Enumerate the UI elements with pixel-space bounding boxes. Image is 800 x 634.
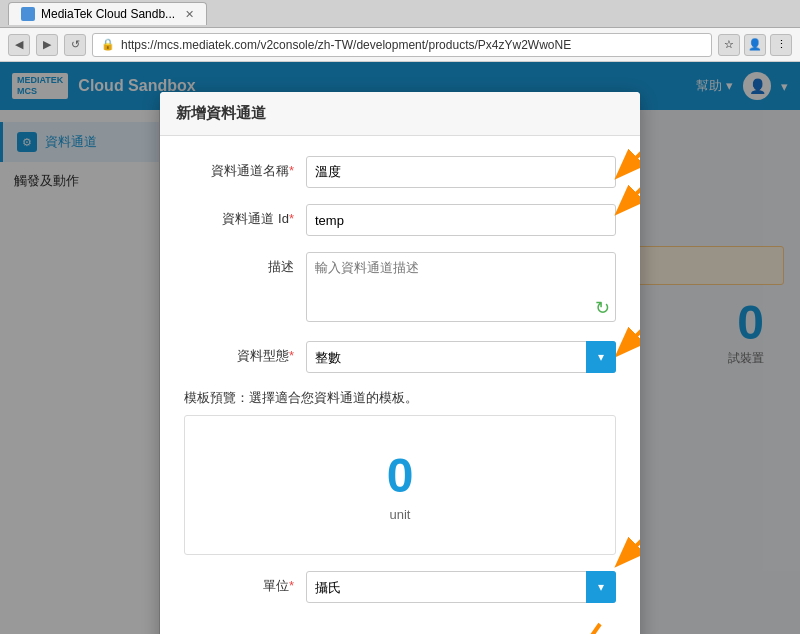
back-button[interactable]: ◀ — [8, 34, 30, 56]
form-row-desc: 描述 ↻ — [184, 252, 616, 325]
type-required: * — [289, 348, 294, 363]
browser-titlebar: MediaTek Cloud Sandb... ✕ — [0, 0, 800, 28]
browser-toolbar: ◀ ▶ ↺ 🔒 https://mcs.mediatek.com/v2conso… — [0, 28, 800, 62]
modal-overlay: 新增資料通道 資料通道名稱* 資料通道 Id* 描述 — [0, 62, 800, 634]
bookmark-button[interactable]: ☆ — [718, 34, 740, 56]
template-preview-label: 模板預覽：選擇適合您資料通道的模板。 — [184, 389, 616, 407]
modal-footer: 取消 儲存 — [160, 623, 640, 634]
template-preview-box: 0 unit — [184, 415, 616, 555]
profile-button[interactable]: 👤 — [744, 34, 766, 56]
preview-number: 0 — [387, 448, 414, 503]
textarea-wrap: ↻ — [306, 252, 616, 325]
reload-button[interactable]: ↺ — [64, 34, 86, 56]
id-label: 資料通道 Id* — [184, 204, 294, 228]
name-required: * — [289, 163, 294, 178]
modal-title: 新增資料通道 — [176, 104, 266, 121]
modal-body: 資料通道名稱* 資料通道 Id* 描述 ↻ — [160, 136, 640, 623]
id-required: * — [289, 211, 294, 226]
refresh-icon[interactable]: ↻ — [595, 297, 610, 319]
desc-textarea[interactable] — [306, 252, 616, 322]
address-bar[interactable]: 🔒 https://mcs.mediatek.com/v2console/zh-… — [92, 33, 712, 57]
unit-required: * — [289, 578, 294, 593]
forward-button[interactable]: ▶ — [36, 34, 58, 56]
id-input[interactable] — [306, 204, 616, 236]
tab-title: MediaTek Cloud Sandb... — [41, 7, 175, 21]
tab-favicon — [21, 7, 35, 21]
name-input[interactable] — [306, 156, 616, 188]
unit-select-wrap: 攝氏 ▾ — [306, 571, 616, 603]
preview-unit: unit — [390, 507, 411, 522]
modal-header: 新增資料通道 — [160, 92, 640, 136]
browser-tab[interactable]: MediaTek Cloud Sandb... ✕ — [8, 2, 207, 25]
name-label: 資料通道名稱* — [184, 156, 294, 180]
form-row-unit: 單位* 攝氏 ▾ — [184, 571, 616, 603]
address-text: https://mcs.mediatek.com/v2console/zh-TW… — [121, 38, 571, 52]
type-select-wrap: 整數 ▾ — [306, 341, 616, 373]
form-row-name: 資料通道名稱* — [184, 156, 616, 188]
form-row-type: 資料型態* 整數 ▾ — [184, 341, 616, 373]
modal: 新增資料通道 資料通道名稱* 資料通道 Id* 描述 — [160, 92, 640, 634]
desc-label: 描述 — [184, 252, 294, 276]
tab-close-icon[interactable]: ✕ — [185, 8, 194, 21]
secure-icon: 🔒 — [101, 38, 115, 51]
form-row-id: 資料通道 Id* — [184, 204, 616, 236]
menu-button[interactable]: ⋮ — [770, 34, 792, 56]
type-label: 資料型態* — [184, 341, 294, 365]
unit-select[interactable]: 攝氏 — [306, 571, 616, 603]
unit-label: 單位* — [184, 571, 294, 595]
type-select[interactable]: 整數 — [306, 341, 616, 373]
